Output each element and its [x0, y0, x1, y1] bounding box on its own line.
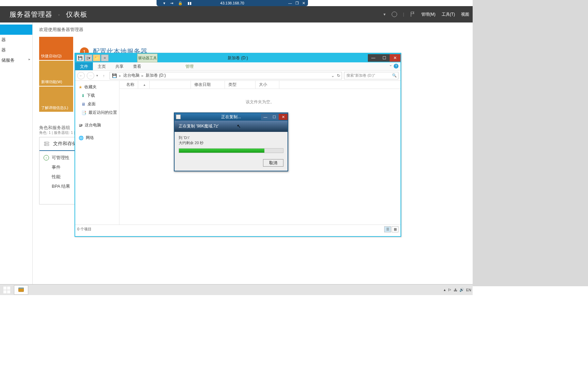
start-button[interactable] [0, 285, 14, 295]
folder-icon[interactable]: 📁 [93, 55, 100, 61]
minimize-icon[interactable]: — [288, 1, 292, 5]
view-details-button[interactable]: ☰ [384, 226, 391, 232]
svg-point-2 [45, 142, 46, 143]
ribbon-manage[interactable]: 管理 [181, 62, 198, 70]
menu-view[interactable]: 视图 [461, 12, 469, 17]
copy-destination: 到 'D:\' [179, 135, 283, 140]
view-icons-button[interactable]: ▦ [392, 226, 398, 232]
flag-icon[interactable] [410, 11, 415, 17]
search-input[interactable]: 搜索"新加卷 (D:)" 🔍 [344, 72, 398, 79]
item-count: 0 个项目 [77, 227, 92, 232]
tray-language[interactable]: EN [466, 288, 471, 292]
path-dropdown-icon[interactable]: ⌄ ↻ [331, 73, 340, 78]
qat-equals-icon[interactable]: = [101, 55, 109, 61]
menu-manage[interactable]: 管理(M) [421, 12, 436, 17]
close-icon[interactable]: ✕ [302, 1, 305, 5]
refresh-icon[interactable] [392, 12, 397, 17]
row-label: BPA 结果 [52, 183, 70, 189]
lock-icon: 🔒 [178, 1, 183, 5]
minimize-button[interactable]: — [261, 114, 270, 120]
path-computer[interactable]: 这台电脑 [123, 73, 140, 78]
col-size[interactable]: 大小 [256, 81, 279, 89]
tile-learn-more[interactable]: 了解详细信息(L) [39, 87, 73, 112]
windows-logo-icon [3, 287, 10, 293]
ribbon-collapse-icon[interactable]: ⌄ [389, 62, 392, 67]
menu-tools[interactable]: 工具(T) [442, 12, 455, 17]
sidebar-item-dashboard[interactable] [0, 25, 32, 35]
ribbon-home[interactable]: 主页 [93, 62, 111, 70]
minimize-button[interactable]: — [368, 54, 379, 62]
drive-icon[interactable]: 💾 [77, 55, 84, 61]
expand-icon[interactable]: ▸ [29, 57, 30, 61]
maximize-button[interactable]: ☐ [379, 54, 390, 62]
copy-time-remaining: 大约剩余 20 秒 [179, 140, 283, 145]
ribbon: 文件 主页 共享 查看 管理 ⌄ ? [75, 62, 401, 71]
forward-button[interactable]: → [87, 72, 94, 79]
pin-icon[interactable]: ⇥ [170, 1, 173, 5]
desktop-icon: 🖥 [81, 102, 85, 107]
svg-rect-4 [3, 287, 6, 290]
path-drive[interactable]: 新加卷 (D:) [146, 73, 166, 78]
taskbar-server-manager[interactable] [14, 285, 28, 295]
address-bar[interactable]: 💾 ▸ 这台电脑 ▸ 新加卷 (D:) ⌄ ↻ [110, 72, 342, 79]
tray-chevron-icon[interactable]: ▴ [444, 288, 446, 292]
back-button[interactable]: ← [77, 72, 85, 79]
sidebar-item-storage[interactable]: 储服务▸ [0, 55, 32, 65]
sidebar-item-all[interactable]: 器 [0, 45, 32, 55]
svg-rect-1 [44, 144, 49, 146]
ribbon-share[interactable]: 共享 [111, 62, 128, 70]
search-placeholder: 搜索"新加卷 (D:)" [346, 73, 375, 78]
chevron-icon[interactable]: ▾ [383, 12, 386, 17]
chevron-down-icon[interactable]: ▾ [163, 1, 165, 5]
nav-computer[interactable]: 🖳这台电脑 [75, 120, 119, 129]
computer-icon: 🖳 [79, 123, 83, 128]
nav-network[interactable]: 🌐网络 [75, 133, 119, 142]
up-button[interactable]: ↑ [100, 72, 108, 79]
tile-quick-start[interactable]: 快捷启动(Q) [39, 37, 73, 60]
row-label: 性能 [52, 174, 61, 180]
svg-point-3 [45, 145, 46, 145]
ribbon-file[interactable]: 文件 [75, 62, 93, 70]
server-manager-header: 服务器管理器 · 仪表板 ▾ | 管理(M) 工具(T) 视图 [0, 6, 473, 22]
close-button[interactable]: ✕ [279, 114, 288, 120]
cancel-button[interactable]: 取消 [263, 159, 283, 167]
sidebar-item-local[interactable]: 器 [0, 35, 32, 45]
qat-menu-icon[interactable]: ▯▾ [85, 55, 92, 61]
nav-downloads[interactable]: ⬇下载 [75, 91, 119, 100]
tray-flag-icon[interactable]: 🏳 [448, 288, 452, 292]
drive-tools-tab[interactable]: 驱动器工具 [137, 53, 158, 62]
row-label: 可管理性 [52, 155, 69, 161]
copy-title: 正在复制... [221, 114, 241, 120]
col-type[interactable]: 类型 [225, 81, 256, 89]
page-name: 仪表板 [66, 11, 87, 18]
nav-recent[interactable]: 📑最近访问的位置 [75, 108, 119, 117]
restore-icon[interactable]: ❐ [295, 1, 299, 5]
window-controls: — ☐ ✕ [368, 54, 401, 62]
recent-icon: 📑 [81, 110, 86, 115]
card-title: 文件和存储 [53, 141, 77, 147]
col-date[interactable]: 修改日期 [191, 81, 225, 89]
quick-tiles: 快捷启动(Q) 新增功能(W) 了解详细信息(L) [39, 37, 73, 112]
help-icon[interactable]: ? [394, 64, 398, 68]
svg-rect-5 [7, 287, 10, 290]
storage-icon [44, 141, 50, 147]
maximize-button[interactable]: ☐ [270, 114, 279, 120]
divider: | [403, 12, 404, 17]
ribbon-view[interactable]: 查看 [128, 62, 146, 70]
server-manager-title: 服务器管理器 · 仪表板 [10, 10, 87, 19]
copy-titlebar[interactable]: 正在复制... — ☐ ✕ [175, 113, 288, 121]
tray-network-icon[interactable]: 🖧 [454, 288, 457, 292]
close-button[interactable]: ✕ [390, 54, 401, 62]
col-name[interactable]: 名称▲ [119, 81, 191, 89]
explorer-titlebar[interactable]: 💾 ▯▾ 📁 = 驱动器工具 新加卷 (D:) — ☐ ✕ [75, 53, 401, 62]
drive-small-icon: 💾 [112, 73, 117, 78]
copy-dialog: 正在复制... — ☐ ✕ 正在复制 '98K魔域.7z' 到 'D:\' 大约… [174, 112, 288, 171]
nav-favorites[interactable]: ★收藏夹 [75, 82, 119, 91]
search-icon[interactable]: 🔍 [392, 73, 397, 78]
tray-volume-icon[interactable]: 🔊 [459, 288, 464, 292]
nav-desktop[interactable]: 🖥桌面 [75, 100, 119, 108]
remote-ip: 43.138.168.70 [220, 1, 244, 5]
tile-whats-new[interactable]: 新增功能(W) [39, 61, 73, 86]
breadcrumb-separator: · [58, 11, 61, 18]
history-dropdown-icon[interactable]: ▾ [96, 74, 98, 77]
